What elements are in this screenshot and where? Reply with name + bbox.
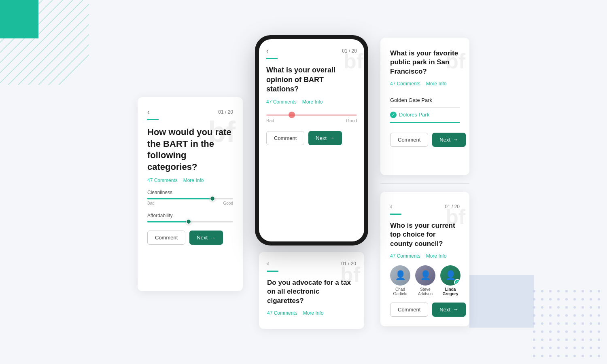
name-steve: SteveArkitson (418, 287, 433, 296)
slider-good-label-phone: Good (346, 118, 357, 123)
cleanliness-label: Cleanliness (147, 190, 233, 195)
avatar-face-chad: 👤 (390, 265, 410, 286)
name-linda: LindaGregory (443, 287, 458, 296)
cleanliness-bad-label: Bad (147, 201, 155, 205)
park-card: bf What is your favorite public park in … (380, 38, 469, 175)
back-arrow-bottom[interactable]: ‹ (267, 260, 269, 267)
right-column: bf What is your favorite public park in … (380, 38, 469, 326)
avatar-steve: 👤 (415, 265, 435, 286)
meta-left: 47 Comments More Info (147, 178, 233, 183)
question-bottom: Do you advocate for a tax on all electro… (267, 278, 356, 305)
opinion-slider-thumb[interactable] (289, 112, 295, 118)
comments-count-left[interactable]: 47 Comments (147, 178, 178, 183)
next-label-council: Next (439, 307, 450, 313)
avatar-linda: 👤 (440, 265, 461, 286)
question-council: Who is your current top choice for count… (390, 221, 460, 248)
bart-categories-card: ‹ 01 / 20 bf How would you rate the BART… (138, 97, 243, 291)
main-layout: ‹ 01 / 20 bf How would you rate the BART… (0, 0, 607, 364)
avatar-chad: 👤 (390, 265, 410, 286)
buttons-park: Comment Next → (390, 133, 460, 147)
comments-count-park[interactable]: 47 Comments (390, 81, 420, 87)
affordability-label: Affordability (147, 213, 233, 218)
divider (380, 183, 469, 184)
selected-check-dolores (390, 112, 397, 118)
opinion-slider-track[interactable] (266, 114, 357, 116)
candidate-linda[interactable]: 👤 LindaGregory (440, 265, 461, 296)
option-dolores-park[interactable]: Dolores Park (390, 108, 460, 123)
more-info-council[interactable]: More Info (426, 253, 447, 259)
name-chad: ChadGarfield (393, 287, 407, 296)
council-card: ‹ 01 / 20 bf Who is your current top cho… (380, 192, 469, 326)
next-button-council[interactable]: Next → (432, 303, 466, 317)
affordability-track[interactable] (147, 221, 233, 222)
comments-count-phone[interactable]: 47 Comments (266, 99, 297, 105)
accent-bar-left (147, 119, 159, 120)
affordability-fill (147, 221, 189, 222)
option-golden-gate[interactable]: Golden Gate Park (390, 93, 460, 108)
opinion-slider[interactable]: Bad Good (266, 114, 357, 123)
buttons-phone: Comment Next → (266, 131, 357, 145)
candidate-steve[interactable]: 👤 SteveArkitson (415, 265, 435, 296)
accent-bar-phone (266, 58, 278, 59)
meta-phone: 47 Comments More Info (266, 99, 357, 105)
next-arrow-park: → (453, 136, 458, 143)
avatar-face-steve: 👤 (415, 265, 435, 286)
more-info-bottom[interactable]: More Info (303, 310, 324, 316)
comment-button-phone[interactable]: Comment (266, 131, 304, 145)
cleanliness-fill (147, 198, 212, 199)
cleanliness-good-label: Good (223, 201, 233, 205)
phone-frame: ‹ 01 / 20 bf What is your overall opinio… (255, 35, 368, 245)
candidate-chad[interactable]: 👤 ChadGarfield (390, 265, 410, 296)
affordability-thumb[interactable] (186, 219, 191, 224)
affordability-slider-row: Affordability (147, 213, 233, 222)
next-label-park: Next (439, 137, 450, 143)
center-column: ‹ 01 / 20 bf What is your overall opinio… (255, 35, 368, 328)
question-phone: What is your overall opinion of BART sta… (266, 66, 357, 94)
cleanliness-track[interactable] (147, 198, 233, 199)
page-num-left: 01 / 20 (218, 109, 233, 115)
cleanliness-slider-labels: Bad Good (147, 201, 233, 205)
next-button-park[interactable]: Next → (432, 133, 466, 147)
meta-council: 47 Comments More Info (390, 253, 460, 259)
comments-count-council[interactable]: 47 Comments (390, 253, 420, 259)
more-info-phone[interactable]: More Info (302, 99, 323, 105)
accent-bar-bottom (267, 271, 278, 272)
back-arrow-council[interactable]: ‹ (390, 203, 392, 210)
comments-count-bottom[interactable]: 47 Comments (267, 310, 297, 316)
back-arrow-phone[interactable]: ‹ (266, 47, 268, 55)
comment-button-council[interactable]: Comment (390, 303, 428, 317)
selected-badge-linda (454, 279, 461, 286)
card-nav-left: ‹ 01 / 20 (147, 108, 233, 116)
back-arrow-left[interactable]: ‹ (147, 108, 149, 116)
next-button-phone[interactable]: Next → (308, 131, 342, 145)
meta-park: 47 Comments More Info (390, 81, 460, 87)
buttons-left: Comment Next → (147, 231, 233, 245)
slider-bad-label-phone: Bad (266, 118, 274, 123)
next-arrow-left: → (210, 235, 216, 241)
next-arrow-council: → (453, 306, 458, 313)
question-park: What is your favorite public park in San… (390, 49, 460, 76)
option-label-golden-gate: Golden Gate Park (390, 97, 432, 103)
next-arrow-phone: → (329, 135, 335, 141)
phone-screen: ‹ 01 / 20 bf What is your overall opinio… (259, 39, 364, 241)
meta-bottom: 47 Comments More Info (267, 310, 356, 316)
question-left: How would you rate the BART in the follo… (147, 127, 233, 173)
comment-button-left[interactable]: Comment (147, 231, 185, 245)
more-info-park[interactable]: More Info (426, 81, 447, 87)
comment-button-park[interactable]: Comment (390, 133, 428, 147)
opinion-slider-labels: Bad Good (266, 118, 357, 123)
cigarettes-card: ‹ 01 / 20 bf Do you advocate for a tax o… (259, 252, 364, 328)
buttons-council: Comment Next → (390, 303, 460, 317)
next-label-left: Next (197, 235, 208, 241)
candidates-list: 👤 ChadGarfield 👤 SteveArkitson 👤 (390, 265, 460, 296)
cleanliness-slider-row: Cleanliness Bad Good (147, 190, 233, 205)
next-label-phone: Next (316, 135, 327, 141)
cleanliness-thumb[interactable] (210, 196, 215, 201)
option-label-dolores: Dolores Park (399, 112, 429, 118)
next-button-left[interactable]: Next → (189, 231, 223, 245)
more-info-left[interactable]: More Info (183, 178, 204, 183)
accent-bar-council (390, 214, 401, 215)
